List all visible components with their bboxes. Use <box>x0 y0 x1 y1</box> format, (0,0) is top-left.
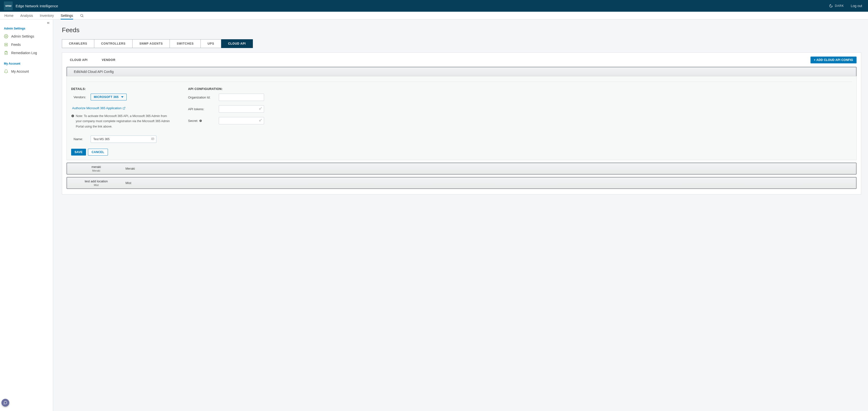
search-icon[interactable] <box>80 13 84 18</box>
sidebar-label: Admin Settings <box>11 34 34 38</box>
sidebar-item-feeds[interactable]: Feeds <box>0 40 53 49</box>
org-id-label: Organization Id: <box>188 95 215 99</box>
dark-mode-label: DARK <box>835 4 844 7</box>
subtab-vendor[interactable]: VENDOR <box>102 58 116 62</box>
svg-point-14 <box>152 139 153 139</box>
contact-card-icon <box>151 137 154 141</box>
sidebar-section-admin: Admin Settings <box>0 22 53 32</box>
api-tokens-input[interactable] <box>219 105 264 113</box>
sidebar-item-my-account[interactable]: My Account <box>0 67 53 76</box>
dark-mode-toggle[interactable]: DARK <box>829 4 844 8</box>
list-icon <box>4 42 8 47</box>
row-vendor: Mist <box>125 181 131 185</box>
save-button[interactable]: SAVE <box>71 149 86 155</box>
name-label: Name: <box>73 137 87 141</box>
svg-text:?: ? <box>200 120 201 121</box>
caret-down-icon <box>121 96 124 98</box>
sidebar-label: Feeds <box>11 43 21 47</box>
details-section-label: DETAILS: <box>71 87 174 91</box>
vendor-selected: MICROSOFT 365 <box>94 95 119 99</box>
config-body: DETAILS: Vendors: MICROSOFT 365 Authoriz… <box>66 76 857 160</box>
key-icon <box>259 107 262 111</box>
app-title: Edge Network Intelligence <box>16 4 58 8</box>
row-title: test add location <box>67 179 125 183</box>
clipboard-check-icon <box>4 51 8 55</box>
name-input[interactable] <box>91 136 156 143</box>
key-icon <box>259 119 262 123</box>
tab-cloud-api[interactable]: CLOUD API <box>221 39 253 48</box>
logout-link[interactable]: Log out <box>851 4 862 8</box>
sidebar-label: Remediation Log <box>11 51 37 55</box>
svg-line-9 <box>124 107 125 109</box>
cancel-button[interactable]: CANCEL <box>88 149 108 155</box>
vendor-dropdown[interactable]: MICROSOFT 365 <box>91 94 127 100</box>
bell-icon <box>4 69 8 74</box>
svg-rect-13 <box>152 138 154 140</box>
authorize-link-text: Authorize Microsoft 365 Application <box>72 106 122 110</box>
help-icon[interactable]: ? <box>199 119 202 122</box>
nav-inventory[interactable]: Inventory <box>40 12 54 19</box>
config-edit-header[interactable]: Edit/Add Cloud API Config <box>66 67 857 76</box>
tab-snmp-agents[interactable]: SNMP AGENTS <box>132 39 170 48</box>
page-title: Feeds <box>62 26 861 34</box>
sidebar-section-account: My Account <box>0 57 53 67</box>
svg-rect-12 <box>72 115 73 115</box>
add-cloud-api-config-button[interactable]: + ADD CLOUD API CONFIG <box>810 57 857 63</box>
secret-input[interactable] <box>219 117 264 124</box>
sidebar-label: My Account <box>11 69 29 74</box>
cloud-api-panel: CLOUD API VENDOR + ADD CLOUD API CONFIG … <box>62 52 861 195</box>
sidebar-item-admin-settings[interactable]: Admin Settings <box>0 32 53 40</box>
chat-bubble-icon <box>3 401 7 405</box>
info-icon <box>71 114 74 117</box>
org-id-input[interactable] <box>219 94 264 101</box>
help-float-button[interactable] <box>1 399 9 407</box>
cloud-api-row-mist[interactable]: test add location Mist Mist <box>66 177 857 189</box>
cloud-api-row-meraki[interactable]: meraki Meraki Meraki <box>66 163 857 175</box>
tab-crawlers[interactable]: CRAWLERS <box>62 39 94 48</box>
nav-analysis[interactable]: Analysis <box>20 12 33 19</box>
row-title: meraki <box>67 165 125 169</box>
svg-line-1 <box>83 16 83 17</box>
moon-icon <box>829 4 833 8</box>
activation-note: Note: To activate the Microsoft 365 API,… <box>71 114 174 129</box>
row-subtitle: Meraki <box>67 169 125 172</box>
api-tokens-label: API tokens: <box>188 107 215 111</box>
nav-settings[interactable]: Settings <box>61 12 73 19</box>
subtab-cloud-api[interactable]: CLOUD API <box>70 58 88 62</box>
nav-home[interactable]: Home <box>4 12 13 19</box>
svg-rect-11 <box>72 116 73 117</box>
api-config-section-label: API CONFIGURATION: <box>188 87 290 91</box>
svg-point-2 <box>6 36 7 37</box>
tab-ups[interactable]: UPS <box>201 39 221 48</box>
tab-switches[interactable]: SWITCHES <box>170 39 201 48</box>
sidebar-item-remediation-log[interactable]: Remediation Log <box>0 49 53 57</box>
vendors-label: Vendors: <box>73 95 87 99</box>
sidebar-collapse-button[interactable] <box>46 21 51 26</box>
tab-controllers[interactable]: CONTROLLERS <box>94 39 132 48</box>
external-link-icon <box>123 107 125 110</box>
chevron-double-left-icon <box>46 21 51 25</box>
vmw-logo: vmw <box>4 1 13 10</box>
row-subtitle: Mist <box>67 183 125 186</box>
row-vendor: Meraki <box>125 167 135 170</box>
gear-icon <box>4 34 8 38</box>
secret-label: Secret: <box>188 119 198 123</box>
svg-point-0 <box>81 14 83 16</box>
authorize-ms365-link[interactable]: Authorize Microsoft 365 Application <box>72 106 125 110</box>
feeds-tabstrip: CRAWLERS CONTROLLERS SNMP AGENTS SWITCHE… <box>62 39 861 48</box>
